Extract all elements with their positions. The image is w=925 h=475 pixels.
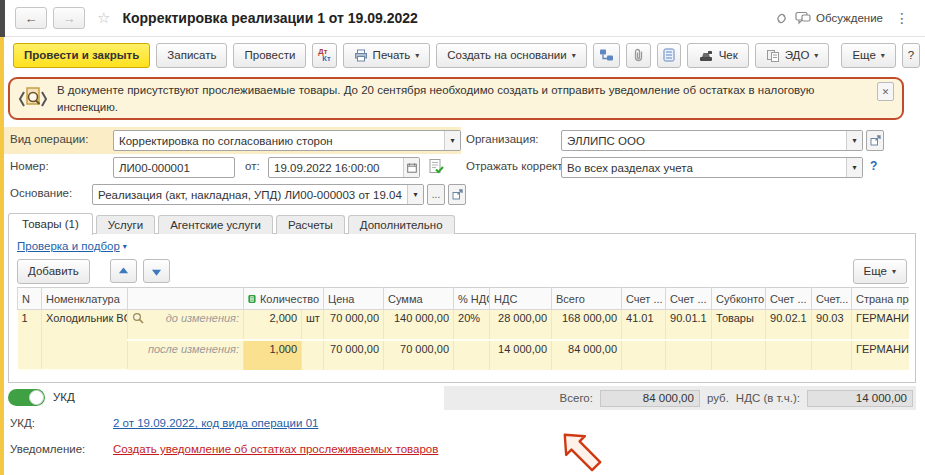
col-price: Цена (324, 288, 384, 310)
cell-before-label: до изменения: (128, 310, 244, 341)
attachments-button[interactable] (626, 43, 651, 68)
more-menu-icon[interactable]: ⋮ (889, 10, 915, 26)
discussion-button[interactable]: Обсуждение (795, 11, 883, 25)
cell-nomenclature[interactable]: Холодильник BOSCH KGN 39NK13 R (42, 310, 128, 371)
cell-price-before[interactable]: 70 000,00 (324, 310, 384, 341)
cash-register-icon (698, 49, 714, 62)
tab-additional[interactable]: Дополнительно (348, 215, 455, 234)
organization-field[interactable]: ЭЛЛИПС ООО▾ (561, 130, 863, 151)
table-header-row: N Номенклатура Количество Цена Сумма % Н… (18, 288, 910, 310)
cell-account-4[interactable]: 90.03 (812, 310, 852, 341)
tab-agent-services[interactable]: Агентские услуги (158, 215, 273, 234)
favorite-star-icon[interactable]: ☆ (97, 9, 110, 27)
grid-toolbar: Добавить Еще▾ (17, 258, 907, 284)
cell-empty[interactable] (766, 340, 812, 370)
cell-qty-before[interactable]: 2,000 (244, 310, 302, 341)
copy-link-icon[interactable] (774, 11, 789, 26)
tab-goods[interactable]: Товары (1) (8, 213, 93, 235)
forward-button[interactable]: → (53, 7, 85, 29)
save-button[interactable]: Записать (156, 43, 227, 68)
create-on-basis-button[interactable]: Создать на основании▾ (436, 43, 586, 68)
cell-sum-after[interactable]: 70 000,00 (384, 340, 454, 370)
cell-sum-before[interactable]: 140 000,00 (384, 310, 454, 341)
create-notification-link[interactable]: Создать уведомление об остатках прослежи… (113, 443, 438, 455)
ukd-toggle[interactable] (8, 389, 45, 406)
cell-price-after[interactable]: 70 000,00 (324, 340, 384, 370)
reflect-help-link[interactable]: ? (870, 159, 877, 173)
cell-unit-before[interactable]: шт (302, 310, 324, 341)
discussion-label: Обсуждение (816, 12, 883, 24)
cell-country-after[interactable]: ГЕРМАНИЯ (852, 340, 909, 370)
magnifier-icon[interactable] (132, 312, 145, 324)
move-down-button[interactable] (143, 259, 170, 283)
cell-empty[interactable] (812, 340, 852, 370)
move-up-button[interactable] (110, 259, 137, 283)
cell-country-before[interactable]: ГЕРМАНИЯ (852, 310, 909, 341)
registers-button[interactable] (657, 43, 681, 68)
print-button[interactable]: Печать▾ (343, 43, 431, 68)
operation-type-field[interactable]: Корректировка по согласованию сторон▾ (113, 130, 461, 151)
traceable-goods-icon (18, 86, 48, 112)
cell-qty-after[interactable]: 1,000 (244, 340, 302, 370)
cell-empty[interactable] (712, 340, 766, 370)
cell-subconto[interactable]: Товары (712, 310, 766, 341)
basis-field[interactable]: Реализация (акт, накладная, УПД) ЛИ00-00… (92, 184, 424, 205)
chevron-down-icon[interactable]: ▾ (444, 131, 460, 150)
cell-vat-rate-before[interactable]: 20% (454, 310, 490, 341)
operation-type-label: Вид операции: (10, 133, 88, 145)
cell-empty[interactable] (666, 340, 712, 370)
calendar-icon[interactable] (403, 158, 419, 177)
check-and-pick-link[interactable]: Проверка и подбор (17, 240, 120, 252)
chevron-down-icon[interactable]: ▾ (846, 131, 862, 150)
arrow-up-icon (118, 266, 129, 277)
organization-label: Организация: (466, 133, 539, 145)
cell-account-3[interactable]: 90.02.1 (766, 310, 812, 341)
structure-button[interactable] (593, 43, 620, 68)
post-and-close-button[interactable]: Провести и закрыть (13, 43, 150, 68)
cell-unit-after[interactable] (302, 340, 324, 370)
cell-account-2[interactable]: 90.01.1 (666, 310, 712, 341)
number-label: Номер: (10, 160, 49, 172)
col-account-3: Счет ... (766, 288, 812, 310)
cell-vat-rate-after[interactable] (454, 340, 490, 370)
tab-settlements[interactable]: Расчеты (276, 215, 345, 234)
warning-text: В документе присутствуют прослеживаемые … (57, 82, 868, 114)
chevron-down-icon[interactable]: ▾ (407, 185, 423, 204)
cell-vat-before[interactable]: 28 000,00 (490, 310, 552, 341)
number-field[interactable]: ЛИ00-000001 (113, 157, 235, 178)
chevron-down-icon[interactable]: ▾ (846, 158, 862, 177)
more-button[interactable]: Еще▾ (841, 43, 895, 68)
dt-kt-button[interactable]: ДтКт (312, 43, 336, 68)
receipt-button[interactable]: Чек (687, 43, 749, 68)
cell-account-1[interactable]: 41.01 (622, 310, 666, 341)
cell-total-after[interactable]: 84 000,00 (552, 340, 622, 370)
table-row-after: после изменения: 1,000 70 000,00 70 000,… (18, 340, 910, 370)
basis-choose-button[interactable]: ... (427, 184, 445, 205)
set-current-date-button[interactable] (428, 158, 445, 178)
col-nomenclature: Номенклатура (42, 288, 128, 310)
close-icon[interactable]: ✕ (877, 82, 894, 101)
open-basis-button[interactable] (448, 184, 466, 205)
back-button[interactable]: ← (15, 7, 47, 29)
col-change (128, 288, 244, 310)
cell-n[interactable]: 1 (18, 310, 42, 371)
help-button[interactable]: ? (902, 43, 920, 68)
tab-services[interactable]: Услуги (96, 215, 155, 234)
dtkt-icon: ДтКт (318, 48, 330, 62)
ukd-label: УКД: (10, 417, 35, 429)
date-prefix-label: от: (245, 160, 260, 172)
add-row-button[interactable]: Добавить (17, 259, 90, 284)
cell-vat-after[interactable]: 14 000,00 (490, 340, 552, 370)
edo-button[interactable]: ЭДО▾ (755, 43, 830, 68)
printer-icon (354, 49, 368, 62)
total-label: Всего: (560, 392, 593, 404)
cell-empty[interactable] (622, 340, 666, 370)
ukd-document-link[interactable]: 2 от 19.09.2022, код вида операции 01 (113, 417, 318, 429)
cell-total-before[interactable]: 168 000,00 (552, 310, 622, 341)
date-field[interactable]: 19.09.2022 16:00:00 (268, 157, 420, 178)
open-organization-button[interactable] (866, 130, 884, 151)
reflect-correction-field[interactable]: Во всех разделах учета▾ (561, 157, 863, 178)
post-button[interactable]: Провести (233, 43, 306, 68)
open-icon (452, 189, 463, 200)
grid-more-button[interactable]: Еще▾ (853, 259, 907, 284)
